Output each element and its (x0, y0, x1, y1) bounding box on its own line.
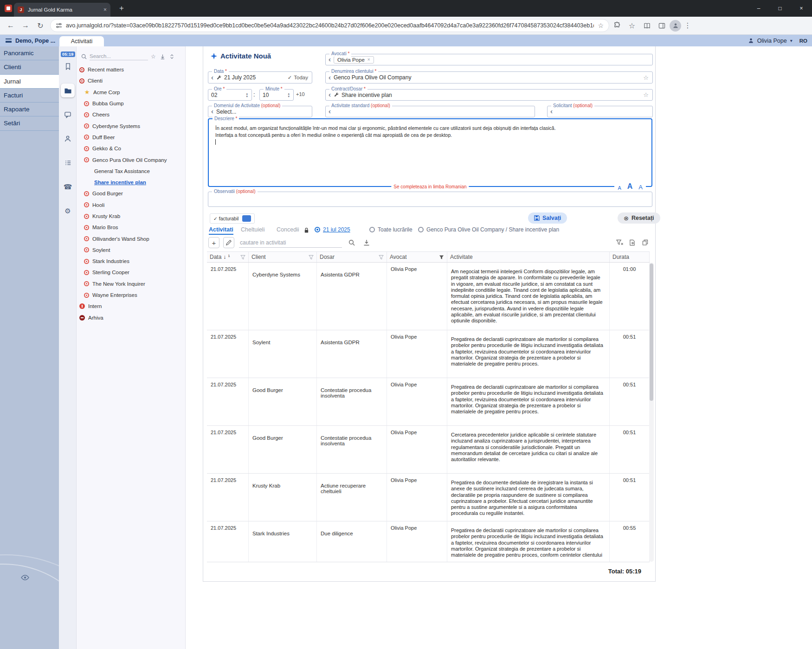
tree-item-client[interactable]: Soylent (77, 244, 185, 256)
favorites-star-icon[interactable]: ☆ (625, 19, 639, 32)
browser-tab[interactable]: J Jurnal Gold Karma × (14, 3, 110, 17)
copy-icon[interactable] (642, 239, 648, 246)
observatii-field[interactable]: Observatii (optional) (208, 192, 652, 207)
favorites-filter-icon[interactable]: ☆ (151, 53, 156, 60)
filter-date-radio[interactable]: 21 iul 2025 (315, 226, 350, 233)
ore-field[interactable]: Ore * 02 ▴▾ (208, 89, 252, 101)
table-row[interactable]: 21.07.2025 Stark Industries Due diligenc… (207, 521, 650, 562)
tab-concedii[interactable]: Concedii (277, 226, 299, 233)
sidebar-item-jurnal[interactable]: Jurnal (0, 75, 59, 89)
facturabil-checkbox[interactable] (242, 215, 251, 222)
tab-activitati[interactable]: Activitati (59, 36, 104, 46)
filter-funnel-icon[interactable] (309, 255, 314, 260)
filter-funnel-active-icon[interactable] (439, 255, 444, 260)
tab-close-icon[interactable]: × (103, 6, 107, 13)
chevron-left-icon[interactable]: ‹ (329, 74, 331, 81)
hamburger-icon[interactable] (6, 39, 12, 43)
font-small-button[interactable]: A (618, 185, 621, 191)
chat-icon[interactable] (61, 108, 75, 122)
tree-item-client[interactable]: Bubba Gump (77, 98, 185, 109)
chevron-left-icon[interactable]: ‹ (211, 74, 213, 81)
today-shortcut[interactable]: ✓ Today (288, 74, 308, 81)
window-close-button[interactable]: × (791, 0, 812, 17)
plus-10-minutes-button[interactable]: +10 (296, 91, 305, 97)
tree-item-arhiva[interactable]: Arhiva (77, 312, 185, 323)
table-row[interactable]: 21.07.2025 Cyberdyne Systems Asistenta G… (207, 263, 650, 330)
bookmark-icon[interactable] (61, 59, 75, 73)
data-field[interactable]: Data * ‹ 21 July 2025 ✓ Today (208, 71, 312, 84)
sort-asc-icon[interactable]: ↓ (223, 254, 226, 260)
save-button[interactable]: Salvați (528, 212, 567, 224)
scrollbar-thumb[interactable] (650, 263, 653, 401)
chevron-left-icon[interactable]: ‹ (329, 56, 331, 63)
tree-item-client[interactable]: The New York Inquirer (77, 278, 185, 289)
tree-item-matter[interactable]: General Tax Assistance (77, 166, 185, 177)
tree-item-client[interactable]: Cheers (77, 109, 185, 120)
chevron-left-icon[interactable]: ‹ (211, 108, 213, 115)
chip-remove-icon[interactable]: × (367, 57, 370, 62)
tree-item-client[interactable]: Gekko & Co (77, 143, 185, 154)
task-list-icon[interactable] (61, 156, 75, 170)
tune-icon[interactable] (56, 22, 62, 29)
sidebar-item-clienti[interactable]: Clienti (0, 60, 59, 74)
table-row[interactable]: 21.07.2025 Soylent Asistenta GDPR Olivia… (207, 330, 650, 378)
browser-profile-avatar[interactable] (670, 20, 681, 32)
search-icon[interactable] (348, 239, 355, 246)
filter-funnel-icon[interactable] (379, 255, 384, 260)
extensions-icon[interactable] (610, 19, 624, 32)
table-scrollbar[interactable] (649, 263, 654, 562)
client-field[interactable]: Denumirea clientului * ‹ Genco Pura Oliv… (325, 71, 653, 84)
back-icon[interactable]: ← (4, 19, 18, 32)
tree-item-client[interactable]: Good Burger (77, 188, 185, 199)
contract-field[interactable]: Contract/Dosar * ‹ Share incentive plan … (325, 89, 653, 101)
filter-matter-radio[interactable]: Genco Pura Olive Oil Company / Share inc… (418, 226, 559, 233)
activitate-standard-field[interactable]: Activitate standard (optional) ‹ (325, 106, 535, 117)
tree-search-input[interactable] (90, 52, 148, 60)
user-name[interactable]: Olivia Pope (757, 38, 787, 44)
download-icon[interactable] (363, 239, 370, 246)
tree-item-client[interactable]: Cyberdyne Systems (77, 120, 185, 131)
sidebar-item-facturi[interactable]: Facturi (0, 89, 59, 103)
export-icon[interactable] (629, 239, 635, 246)
tree-item-matter-selected[interactable]: Share incentive plan (77, 177, 185, 188)
sidebar-item-rapoarte[interactable]: Rapoarte (0, 103, 59, 116)
clear-filter-icon[interactable] (616, 239, 623, 246)
tree-item-client[interactable]: Sterling Cooper (77, 267, 185, 278)
tree-item-recent-matters[interactable]: Recent matters (77, 64, 185, 75)
phone-icon[interactable]: ☎ (61, 180, 75, 194)
tab-cheltuieli[interactable]: Cheltuieli (241, 226, 264, 233)
column-header-durata[interactable]: Durata (610, 252, 650, 262)
descriere-text[interactable]: În acest modul, am organizat funcționali… (209, 119, 651, 152)
font-medium-button[interactable]: A (638, 184, 643, 191)
solicitant-field[interactable]: Solicitant (optional) ‹ (547, 106, 653, 117)
chevron-left-icon[interactable]: ‹ (329, 91, 331, 98)
window-minimize-button[interactable]: – (748, 0, 769, 17)
favorite-star-icon[interactable]: ☆ (643, 74, 649, 81)
bookmark-star-icon[interactable]: ☆ (598, 22, 604, 29)
add-activity-button[interactable]: + (208, 237, 219, 248)
side-panel-icon[interactable] (655, 19, 669, 32)
column-header-client[interactable]: Client (249, 252, 317, 262)
tab-activitati-lower[interactable]: Activitati (209, 226, 233, 235)
avocat-chip[interactable]: Olivia Pope × (334, 56, 374, 64)
workspace-title[interactable]: Demo, Pope ... (6, 35, 55, 46)
tree-item-client[interactable]: Genco Pura Olive Oil Company (77, 154, 185, 165)
table-row[interactable]: 21.07.2025 Krusty Krab Actiune recuperar… (207, 474, 650, 521)
minute-stepper[interactable]: ▴▾ (288, 92, 290, 98)
favorite-star-icon[interactable]: ☆ (643, 91, 649, 98)
activity-search-input[interactable] (239, 238, 342, 248)
chevron-left-icon[interactable]: ‹ (329, 108, 331, 115)
column-header-dosar[interactable]: Dosar (317, 252, 387, 262)
chevron-left-icon[interactable]: ‹ (550, 108, 553, 115)
facturabil-toggle[interactable]: ✓ facturabil (210, 213, 255, 224)
new-tab-button[interactable]: + (116, 4, 127, 13)
column-header-data[interactable]: Data ↓ 1 (207, 252, 249, 262)
browser-menu-icon[interactable]: ⋮ (682, 21, 693, 30)
tree-item-client[interactable]: ★Acme Corp (77, 87, 185, 98)
language-selector[interactable]: RO (799, 38, 807, 44)
tree-item-client[interactable]: Stark Industries (77, 256, 185, 267)
folder-icon[interactable] (61, 84, 75, 97)
tree-item-client[interactable]: Krusty Krab (77, 211, 185, 222)
descriere-field[interactable]: Descriere * În acest modul, am organizat… (208, 118, 652, 187)
window-maximize-button[interactable]: □ (769, 0, 791, 17)
